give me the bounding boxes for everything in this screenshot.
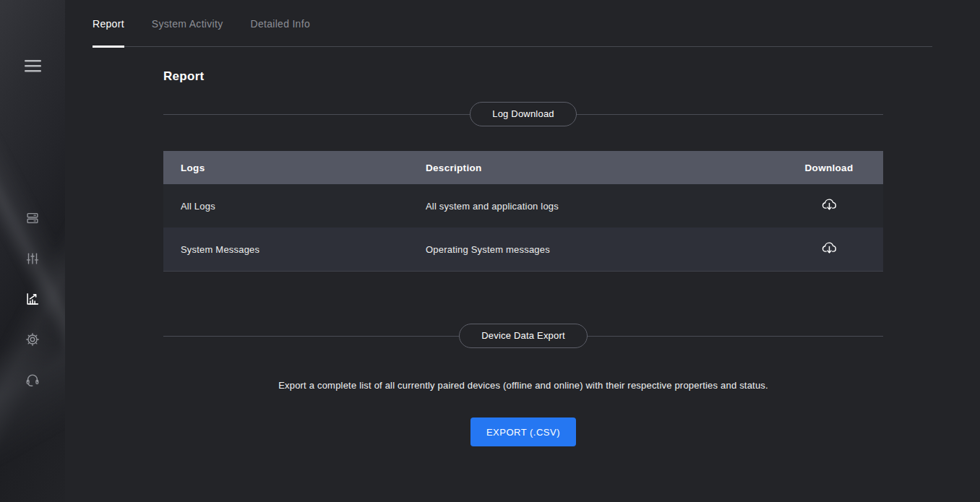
- app-root: Report System Activity Detailed Info Rep…: [0, 0, 980, 502]
- column-header-description: Description: [409, 163, 775, 173]
- export-button-row: EXPORT (.CSV): [163, 417, 883, 446]
- logs-table-header: Logs Description Download: [163, 151, 883, 184]
- tab-report[interactable]: Report: [93, 0, 124, 48]
- sliders-icon: [25, 251, 40, 269]
- sidebar-nav: [0, 210, 65, 389]
- sidebar-item-support[interactable]: [0, 372, 65, 389]
- log-name: All Logs: [163, 201, 409, 212]
- export-description: Export a complete list of all currently …: [163, 380, 883, 391]
- sidebar: [0, 0, 65, 502]
- menu-toggle-button[interactable]: [0, 58, 65, 77]
- cloud-download-icon: [821, 240, 838, 259]
- hamburger-icon: [25, 60, 41, 74]
- report-page: Report Log Download Logs Description Dow…: [163, 69, 883, 446]
- logs-table: Logs Description Download All Logs All s…: [163, 151, 883, 272]
- download-all-logs-button[interactable]: [820, 195, 839, 217]
- headset-icon: [25, 372, 40, 390]
- sidebar-item-controls[interactable]: [0, 251, 65, 268]
- log-name: System Messages: [163, 244, 409, 255]
- gear-icon: [25, 332, 40, 350]
- server-icon: [25, 210, 40, 228]
- tab-system-activity[interactable]: System Activity: [152, 0, 223, 48]
- tab-bar: Report System Activity Detailed Info: [65, 0, 980, 48]
- device-data-export-section-divider: Device Data Export: [163, 324, 883, 348]
- download-system-messages-button[interactable]: [820, 238, 839, 260]
- table-row-system-messages: System Messages Operating System message…: [163, 228, 883, 271]
- tab-detailed-info[interactable]: Detailed Info: [250, 0, 310, 48]
- table-row-all-logs: All Logs All system and application logs: [163, 184, 883, 228]
- log-download-section-label: Log Download: [470, 102, 577, 126]
- cloud-download-icon: [821, 196, 838, 215]
- log-description: All system and application logs: [409, 201, 775, 212]
- column-header-download: Download: [775, 163, 883, 173]
- column-header-logs: Logs: [163, 163, 409, 173]
- page-title: Report: [163, 69, 883, 84]
- main-content: Report System Activity Detailed Info Rep…: [65, 0, 980, 502]
- bar-chart-icon: [25, 291, 40, 309]
- log-download-section-divider: Log Download: [163, 102, 883, 126]
- export-csv-button[interactable]: EXPORT (.CSV): [470, 417, 576, 446]
- log-description: Operating System messages: [409, 244, 775, 255]
- sidebar-item-reports[interactable]: [0, 291, 65, 308]
- sidebar-item-devices[interactable]: [0, 210, 65, 228]
- device-data-export-section-label: Device Data Export: [459, 324, 588, 348]
- sidebar-item-settings[interactable]: [0, 332, 65, 349]
